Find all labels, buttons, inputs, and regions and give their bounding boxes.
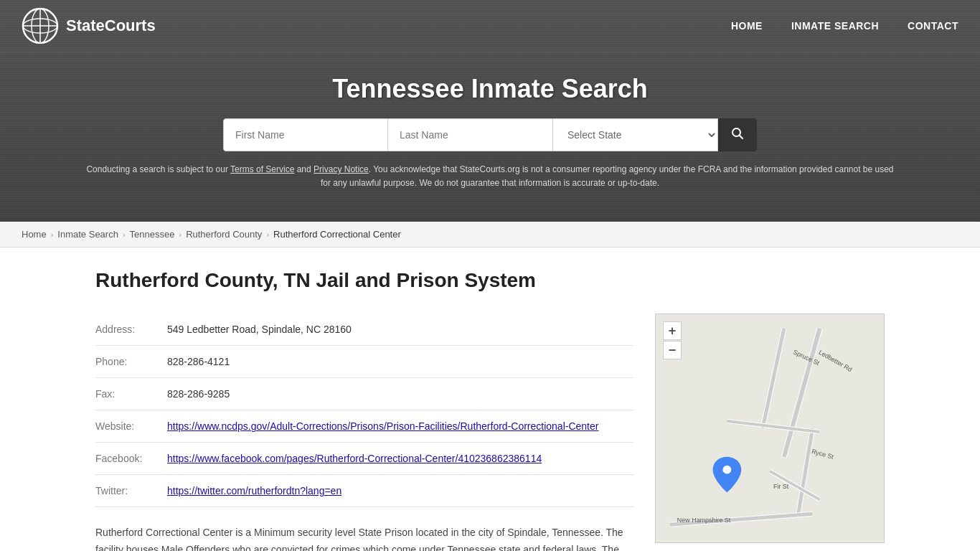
hero-section: Tennessee Inmate Search Select State Ala… [0, 52, 980, 222]
twitter-label: Twitter: [95, 485, 167, 496]
zoom-in-button[interactable]: + [663, 321, 682, 340]
svg-text:New Hampshire St: New Hampshire St [677, 517, 731, 524]
svg-text:Fir St: Fir St [773, 484, 789, 491]
search-icon [731, 127, 744, 140]
address-value: 549 Ledbetter Road, Spindale, NC 28160 [167, 324, 633, 335]
website-link[interactable]: https://www.ncdps.gov/Adult-Corrections/… [167, 420, 598, 432]
facility-info: Address: 549 Ledbetter Road, Spindale, N… [95, 314, 633, 551]
svg-line-6 [740, 136, 743, 139]
disclaimer-text: Conducting a search is subject to our Te… [14, 163, 966, 207]
fax-row: Fax: 828-286-9285 [95, 378, 633, 410]
state-select[interactable]: Select State Alabama Alaska Arizona Tenn… [553, 118, 718, 151]
site-header: StateCourts HOME INMATE SEARCH CONTACT T… [0, 0, 980, 222]
facebook-link[interactable]: https://www.facebook.com/pages/Rutherfor… [167, 453, 542, 464]
breadcrumb-sep-3: › [179, 230, 182, 239]
website-label: Website: [95, 420, 167, 432]
address-row: Address: 549 Ledbetter Road, Spindale, N… [95, 314, 633, 346]
nav-inmate-search[interactable]: INMATE SEARCH [791, 20, 879, 32]
breadcrumb-state[interactable]: Tennessee [130, 229, 175, 240]
first-name-input[interactable] [223, 118, 388, 151]
breadcrumb: Home › Inmate Search › Tennessee › Ruthe… [0, 222, 980, 248]
last-name-input[interactable] [388, 118, 553, 151]
phone-label: Phone: [95, 356, 167, 367]
logo-area: StateCourts [22, 7, 156, 44]
map-svg: Spruce St Ledbetter Rd Ryce St Fir St Ne… [656, 314, 884, 542]
fax-label: Fax: [95, 388, 167, 400]
facebook-row: Facebook: https://www.facebook.com/pages… [95, 443, 633, 475]
breadcrumb-sep-1: › [51, 230, 54, 239]
logo-icon [22, 7, 59, 44]
breadcrumb-home[interactable]: Home [22, 229, 47, 240]
main-content: Rutherford County, TN Jail and Prison Sy… [60, 248, 920, 551]
privacy-link[interactable]: Privacy Notice [314, 164, 369, 174]
nav-contact[interactable]: CONTACT [908, 20, 958, 32]
breadcrumb-inmate-search[interactable]: Inmate Search [57, 229, 118, 240]
navbar: StateCourts HOME INMATE SEARCH CONTACT [0, 0, 980, 52]
terms-link[interactable]: Terms of Service [230, 164, 294, 174]
address-label: Address: [95, 324, 167, 335]
hero-title: Tennessee Inmate Search [14, 74, 966, 104]
search-button[interactable] [718, 118, 757, 151]
phone-row: Phone: 828-286-4121 [95, 346, 633, 378]
twitter-link[interactable]: https://twitter.com/rutherfordtn?lang=en [167, 485, 341, 496]
svg-rect-7 [656, 314, 884, 542]
info-map-section: Address: 549 Ledbetter Road, Spindale, N… [95, 314, 885, 551]
nav-home[interactable]: HOME [731, 20, 763, 32]
breadcrumb-sep-4: › [266, 230, 269, 239]
map-container: + − [655, 314, 885, 543]
website-row: Website: https://www.ncdps.gov/Adult-Cor… [95, 410, 633, 443]
logo-text: StateCourts [66, 17, 156, 35]
breadcrumb-county[interactable]: Rutherford County [186, 229, 262, 240]
facebook-label: Facebook: [95, 453, 167, 464]
search-bar: Select State Alabama Alaska Arizona Tenn… [14, 118, 966, 151]
twitter-row: Twitter: https://twitter.com/rutherfordt… [95, 475, 633, 507]
page-title: Rutherford County, TN Jail and Prison Sy… [95, 269, 885, 292]
phone-value: 828-286-4121 [167, 356, 633, 367]
fax-value: 828-286-9285 [167, 388, 633, 400]
zoom-out-button[interactable]: − [663, 341, 682, 359]
svg-point-26 [722, 466, 731, 474]
facility-description: Rutherford Correctional Center is a Mini… [95, 524, 633, 551]
breadcrumb-current: Rutherford Correctional Center [273, 229, 401, 240]
nav-links: HOME INMATE SEARCH CONTACT [731, 20, 958, 32]
breadcrumb-sep-2: › [123, 230, 126, 239]
map-zoom-controls: + − [663, 321, 682, 359]
